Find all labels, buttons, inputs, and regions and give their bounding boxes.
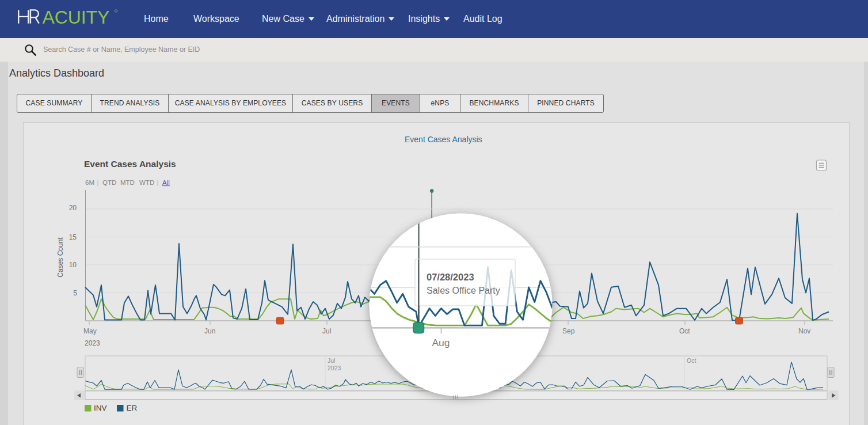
svg-text:QTD: QTD [102, 179, 116, 186]
svg-text:May: May [83, 327, 97, 335]
svg-text:20: 20 [69, 204, 77, 212]
svg-text:10: 10 [69, 261, 77, 269]
svg-text:Jul: Jul [322, 327, 331, 335]
svg-text:6M: 6M [85, 179, 94, 186]
svg-text:Sep: Sep [562, 327, 575, 335]
svg-text:Cases Count: Cases Count [56, 237, 64, 278]
svg-text:2023: 2023 [328, 365, 341, 371]
svg-text:Nov: Nov [798, 327, 810, 335]
svg-text:2023: 2023 [85, 339, 100, 347]
svg-text:Jun: Jun [204, 327, 215, 335]
svg-text:5: 5 [73, 289, 77, 297]
svg-text:Jul: Jul [328, 357, 335, 364]
svg-text:Oct: Oct [687, 357, 696, 364]
svg-text:ER: ER [127, 404, 138, 412]
svg-text:15: 15 [69, 233, 77, 241]
svg-text:WTD: WTD [139, 179, 154, 186]
svg-text:07/28/2023: 07/28/2023 [427, 272, 474, 282]
svg-text:INV: INV [94, 404, 107, 412]
svg-text:All: All [162, 179, 170, 186]
svg-text:MTD: MTD [120, 179, 135, 186]
svg-text:Sales Office Party: Sales Office Party [427, 286, 500, 295]
svg-text:|: | [97, 179, 99, 186]
svg-text:Oct: Oct [679, 327, 690, 335]
svg-text:|: | [157, 179, 159, 186]
